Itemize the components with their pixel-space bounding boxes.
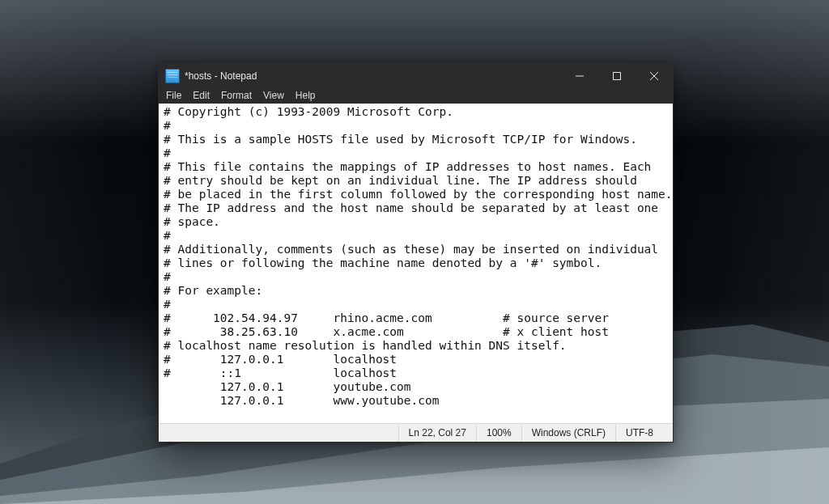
statusbar: Ln 22, Col 27 100% Windows (CRLF) UTF-8 [159,423,673,442]
text-content[interactable]: # Copyright (c) 1993-2009 Microsoft Corp… [159,104,673,409]
menu-format[interactable]: Format [215,88,257,104]
text-editor[interactable]: # Copyright (c) 1993-2009 Microsoft Corp… [159,104,673,423]
close-button[interactable] [636,64,673,88]
menubar: File Edit Format View Help [159,88,673,104]
menu-help[interactable]: Help [290,88,321,104]
svg-rect-4 [614,73,621,80]
menu-view[interactable]: View [257,88,290,104]
maximize-button[interactable] [598,64,636,88]
svg-marker-3 [0,447,829,504]
notepad-icon [165,69,180,83]
desktop-background: *hosts - Notepad File Edit Format View H… [0,0,829,504]
titlebar[interactable]: *hosts - Notepad [159,64,673,88]
menu-edit[interactable]: Edit [187,88,215,104]
status-zoom: 100% [477,424,522,442]
notepad-window[interactable]: *hosts - Notepad File Edit Format View H… [158,63,674,443]
minimize-button[interactable] [561,64,598,88]
status-position: Ln 22, Col 27 [399,424,477,442]
status-line-ending: Windows (CRLF) [522,424,616,442]
menu-file[interactable]: File [160,88,187,104]
status-encoding: UTF-8 [616,424,673,442]
window-title: *hosts - Notepad [185,70,257,82]
